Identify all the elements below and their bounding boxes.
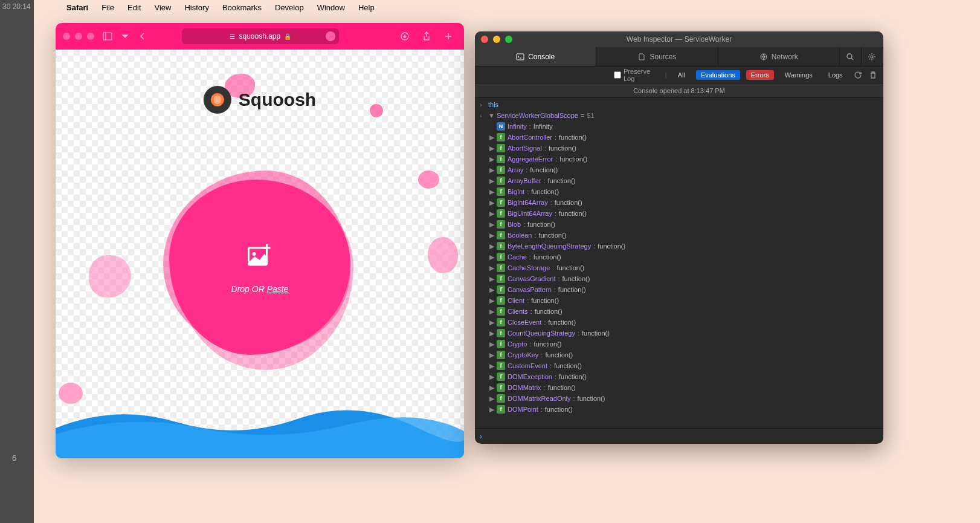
prop-row[interactable]: ▶ f DOMMatrix: function(): [475, 382, 883, 393]
site-settings-icon[interactable]: ☰: [230, 33, 235, 40]
disclosure-triangle-icon[interactable]: ▶: [489, 306, 494, 317]
disclosure-triangle-icon[interactable]: ▶: [489, 317, 494, 328]
menu-bookmarks[interactable]: Bookmarks: [222, 3, 262, 12]
prop-row[interactable]: ▶ f DOMException: function(): [475, 371, 883, 382]
disclosure-triangle-icon[interactable]: ▼: [488, 110, 494, 121]
prop-row[interactable]: ▶ f Cache: function(): [475, 252, 883, 262]
prop-row[interactable]: ▶ f AbortSignal: function(): [475, 143, 883, 154]
filter-logs[interactable]: Logs: [824, 70, 848, 80]
sidebar-dropdown-icon[interactable]: [121, 29, 129, 44]
drop-zone[interactable]: Drop OR Paste: [163, 171, 356, 364]
disclosure-triangle-icon[interactable]: ▶: [489, 349, 494, 360]
prop-row[interactable]: ▶ f CanvasGradient: function(): [475, 273, 883, 284]
menu-history[interactable]: History: [184, 3, 208, 12]
prop-row[interactable]: ▶ f BigUint64Array: function(): [475, 208, 883, 219]
paste-link[interactable]: Paste: [267, 284, 289, 294]
disclosure-triangle-icon[interactable]: ▶: [489, 382, 494, 393]
prop-row-infinity[interactable]: N Infinity: Infinity: [475, 121, 883, 132]
prop-row[interactable]: ▶ f ArrayBuffer: function(): [475, 175, 883, 186]
filter-all[interactable]: All: [673, 70, 690, 80]
new-tab-button[interactable]: [440, 29, 457, 44]
prop-row[interactable]: ▶ f CustomEvent: function(): [475, 360, 883, 371]
reader-badge-icon[interactable]: ⋯: [326, 31, 335, 41]
disclosure-triangle-icon[interactable]: ▶: [489, 197, 494, 208]
prop-row[interactable]: ▶ f CryptoKey: function(): [475, 349, 883, 360]
disclosure-triangle-icon[interactable]: ▶: [489, 219, 494, 230]
disclosure-triangle-icon[interactable]: ▶: [489, 339, 494, 349]
menu-file[interactable]: File: [102, 3, 114, 12]
disclosure-triangle-icon[interactable]: ▶: [489, 393, 494, 404]
sidebar-button[interactable]: [99, 29, 116, 44]
disclosure-triangle-icon[interactable]: ▶: [489, 284, 494, 295]
prop-row[interactable]: ▶ f AbortController: function(): [475, 132, 883, 143]
url-bar[interactable]: ☰ squoosh.app 🔒 ⋯: [182, 28, 339, 44]
prop-row[interactable]: ▶ f Array: function(): [475, 164, 883, 175]
disclosure-triangle-icon[interactable]: ▶: [489, 273, 494, 284]
prop-row[interactable]: ▶ f Client: function(): [475, 295, 883, 306]
disclosure-triangle-icon[interactable]: ▶: [489, 328, 494, 339]
menu-develop[interactable]: Develop: [275, 3, 304, 12]
preserve-log-checkbox[interactable]: Preserve Log: [614, 68, 659, 82]
disclosure-triangle-icon[interactable]: ▶: [489, 208, 494, 219]
prop-row[interactable]: ▶ f BigInt: function(): [475, 186, 883, 197]
tab-network[interactable]: Network: [718, 47, 840, 66]
downloads-button[interactable]: [396, 29, 413, 44]
window-close-button[interactable]: [63, 33, 70, 40]
inspector-minimize-button[interactable]: [493, 36, 500, 43]
menubar-app-name[interactable]: Safari: [66, 3, 88, 12]
refresh-icon[interactable]: [854, 70, 863, 80]
disclosure-triangle-icon[interactable]: ▶: [489, 186, 494, 197]
menu-window[interactable]: Window: [317, 3, 345, 12]
disclosure-triangle-icon[interactable]: ▶: [489, 175, 494, 186]
disclosure-triangle-icon[interactable]: ▶: [489, 295, 494, 306]
prop-value: function(): [531, 186, 559, 197]
preserve-log-input[interactable]: [614, 71, 621, 79]
inspector-zoom-button[interactable]: [505, 36, 512, 43]
console-result-row[interactable]: ‹ ▼ ServiceWorkerGlobalScope = $1: [475, 110, 883, 121]
menu-help[interactable]: Help: [358, 3, 375, 12]
filter-errors[interactable]: Errors: [746, 70, 774, 80]
prop-row[interactable]: ▶ f ByteLengthQueuingStrategy: function(…: [475, 241, 883, 252]
disclosure-triangle-icon[interactable]: ▶: [489, 154, 494, 164]
inspector-close-button[interactable]: [481, 36, 488, 43]
prop-row[interactable]: ▶ f DOMPoint: function(): [475, 404, 883, 415]
prompt-chevron-icon: ›: [480, 432, 482, 441]
prop-row[interactable]: ▶ f CountQueuingStrategy: function(): [475, 328, 883, 339]
disclosure-triangle-icon[interactable]: ▶: [489, 360, 494, 371]
window-minimize-button[interactable]: [75, 33, 82, 40]
prop-row[interactable]: ▶ f Crypto: function(): [475, 339, 883, 349]
disclosure-triangle-icon[interactable]: ▶: [489, 164, 494, 175]
window-zoom-button[interactable]: [87, 33, 94, 40]
svg-rect-6: [517, 54, 524, 60]
console-prompt[interactable]: ›: [475, 428, 883, 444]
tab-console[interactable]: Console: [475, 47, 596, 66]
settings-button[interactable]: [862, 47, 883, 66]
prop-row[interactable]: ▶ f BigInt64Array: function(): [475, 197, 883, 208]
back-button[interactable]: [134, 29, 151, 44]
prop-row[interactable]: ▶ f CanvasPattern: function(): [475, 284, 883, 295]
share-button[interactable]: [418, 29, 435, 44]
prop-row[interactable]: ▶ f DOMMatrixReadOnly: function(): [475, 393, 883, 404]
prop-row[interactable]: ▶ f Clients: function(): [475, 306, 883, 317]
filter-evaluations[interactable]: Evaluations: [696, 70, 740, 80]
disclosure-triangle-icon[interactable]: ▶: [489, 143, 494, 154]
menu-edit[interactable]: Edit: [127, 3, 141, 12]
tab-sources[interactable]: Sources: [596, 47, 718, 66]
search-button[interactable]: [840, 47, 862, 66]
disclosure-triangle-icon[interactable]: ▶: [489, 132, 494, 143]
prop-row[interactable]: ▶ f Boolean: function(): [475, 230, 883, 241]
menu-view[interactable]: View: [155, 3, 172, 12]
disclosure-triangle-icon[interactable]: ▶: [489, 241, 494, 252]
console-body[interactable]: › this ‹ ▼ ServiceWorkerGlobalScope = $1…: [475, 98, 883, 428]
clear-icon[interactable]: [868, 70, 877, 80]
disclosure-triangle-icon[interactable]: ▶: [489, 404, 494, 415]
disclosure-triangle-icon[interactable]: ▶: [489, 230, 494, 241]
prop-row[interactable]: ▶ f AggregateError: function(): [475, 154, 883, 164]
disclosure-triangle-icon[interactable]: ▶: [489, 371, 494, 382]
prop-row[interactable]: ▶ f CloseEvent: function(): [475, 317, 883, 328]
prop-row[interactable]: ▶ f CacheStorage: function(): [475, 262, 883, 273]
filter-warnings[interactable]: Warnings: [780, 70, 817, 80]
prop-row[interactable]: ▶ f Blob: function(): [475, 219, 883, 230]
disclosure-triangle-icon[interactable]: ▶: [489, 252, 494, 262]
disclosure-triangle-icon[interactable]: ▶: [489, 262, 494, 273]
